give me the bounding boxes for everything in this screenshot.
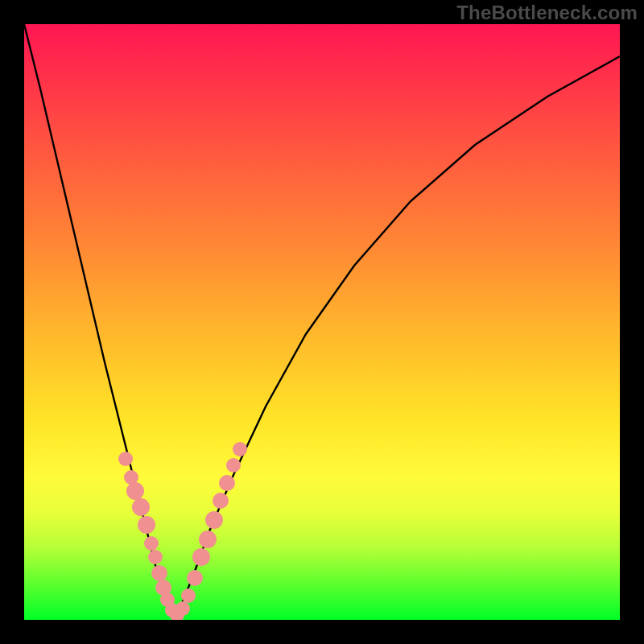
marker-dot <box>132 498 150 516</box>
marker-dot <box>187 570 203 586</box>
marker-dot <box>144 536 159 551</box>
plot-area <box>24 24 620 620</box>
marker-dot <box>126 482 144 500</box>
curve-layer <box>24 24 620 616</box>
marker-dot <box>181 588 196 603</box>
marker-dot <box>233 442 247 456</box>
chart-frame: TheBottleneck.com <box>0 0 644 644</box>
marker-dot <box>118 452 133 466</box>
marker-dot <box>219 475 235 491</box>
marker-dot <box>175 601 190 616</box>
marker-dot <box>213 493 229 509</box>
marker-dot <box>148 550 163 564</box>
bottleneck-curve <box>24 24 620 616</box>
markers-layer <box>118 442 247 620</box>
marker-dot <box>192 548 210 566</box>
marker-dot <box>226 458 241 473</box>
marker-dot <box>151 565 167 581</box>
marker-dot <box>205 511 223 529</box>
marker-dot <box>138 516 155 534</box>
marker-dot <box>199 530 217 548</box>
watermark-text: TheBottleneck.com <box>456 2 638 24</box>
chart-svg <box>24 24 620 620</box>
